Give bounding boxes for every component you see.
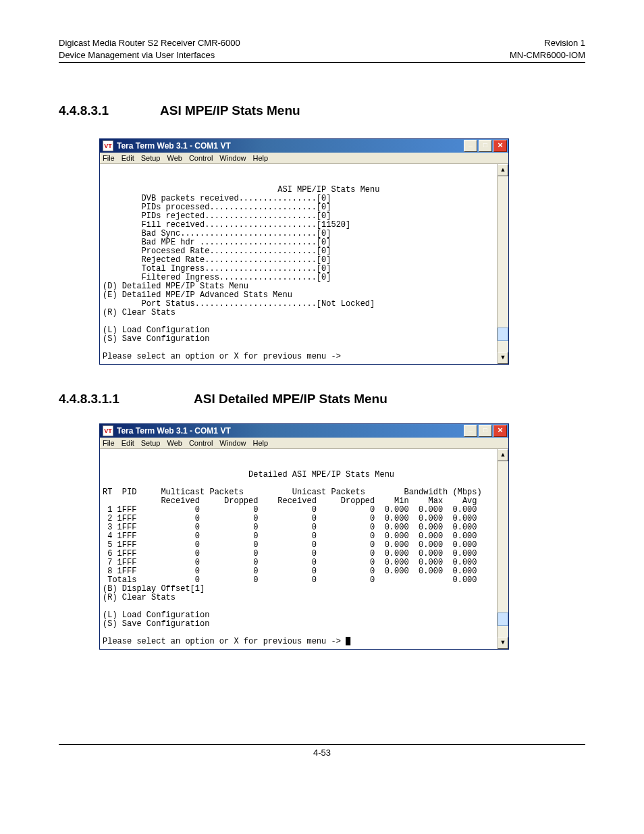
page-number: 4-53 (313, 748, 331, 758)
header-right-2: MN-CMR6000-IOM (510, 49, 585, 61)
titlebar[interactable]: VT Tera Term Web 3.1 - COM1 VT (100, 424, 508, 438)
menu-web[interactable]: Web (167, 154, 182, 162)
scroll-up-button[interactable]: ▲ (498, 449, 508, 461)
menu-web[interactable]: Web (167, 439, 182, 447)
section-title-1: ASI MPE/IP Stats Menu (160, 103, 300, 118)
scroll-down-button[interactable]: ▼ (498, 637, 508, 649)
titlebar[interactable]: VT Tera Term Web 3.1 - COM1 VT (100, 139, 508, 153)
menu-window[interactable]: Window (219, 439, 246, 447)
scroll-up-button[interactable]: ▲ (498, 164, 508, 176)
scroll-thumb[interactable] (498, 328, 508, 341)
scroll-thumb[interactable] (498, 613, 508, 626)
section-number-1: 4.4.8.3.1 (59, 103, 160, 118)
terminal-output-1[interactable]: ASI MPE/IP Stats Menu DVB packets receiv… (100, 164, 497, 364)
menu-setup[interactable]: Setup (141, 154, 161, 162)
terminal-output-2[interactable]: Detailed ASI MPE/IP Stats Menu RT PID Mu… (100, 449, 497, 649)
menubar: File Edit Setup Web Control Window Help (100, 438, 508, 449)
menubar: File Edit Setup Web Control Window Help (100, 153, 508, 164)
menu-control[interactable]: Control (189, 154, 213, 162)
page-footer: 4-53 (59, 744, 585, 758)
window-title: Tera Term Web 3.1 - COM1 VT (117, 141, 462, 151)
page-header: Digicast Media Router S2 Receiver CMR-60… (59, 37, 585, 63)
scrollbar[interactable]: ▲ ▼ (497, 449, 508, 649)
section-heading-1: 4.4.8.3.1ASI MPE/IP Stats Menu (59, 103, 585, 118)
menu-file[interactable]: File (103, 154, 115, 162)
app-icon: VT (103, 140, 113, 151)
scroll-down-button[interactable]: ▼ (498, 352, 508, 364)
menu-help[interactable]: Help (252, 154, 268, 162)
menu-file[interactable]: File (103, 439, 115, 447)
maximize-button[interactable] (479, 140, 492, 152)
menu-edit[interactable]: Edit (122, 154, 134, 162)
window-title: Tera Term Web 3.1 - COM1 VT (117, 426, 462, 436)
section-heading-2: 4.4.8.3.1.1ASI Detailed MPE/IP Stats Men… (59, 392, 585, 407)
minimize-button[interactable] (464, 425, 477, 437)
maximize-button[interactable] (479, 425, 492, 437)
menu-help[interactable]: Help (252, 439, 268, 447)
app-icon: VT (103, 425, 113, 436)
section-title-2: ASI Detailed MPE/IP Stats Menu (194, 392, 387, 406)
header-left-1: Digicast Media Router S2 Receiver CMR-60… (59, 37, 240, 49)
close-button[interactable] (493, 140, 507, 152)
scrollbar[interactable]: ▲ ▼ (497, 164, 508, 364)
menu-control[interactable]: Control (189, 439, 213, 447)
menu-setup[interactable]: Setup (141, 439, 161, 447)
header-right-1: Revision 1 (510, 37, 585, 49)
terminal-window-2: VT Tera Term Web 3.1 - COM1 VT File Edit… (99, 423, 509, 650)
menu-window[interactable]: Window (219, 154, 246, 162)
terminal-window-1: VT Tera Term Web 3.1 - COM1 VT File Edit… (99, 138, 509, 365)
header-left-2: Device Management via User Interfaces (59, 49, 240, 61)
close-button[interactable] (493, 425, 507, 437)
scroll-track[interactable] (498, 176, 508, 352)
scroll-track[interactable] (498, 461, 508, 637)
menu-edit[interactable]: Edit (122, 439, 134, 447)
minimize-button[interactable] (464, 140, 477, 152)
section-number-2: 4.4.8.3.1.1 (59, 392, 194, 407)
